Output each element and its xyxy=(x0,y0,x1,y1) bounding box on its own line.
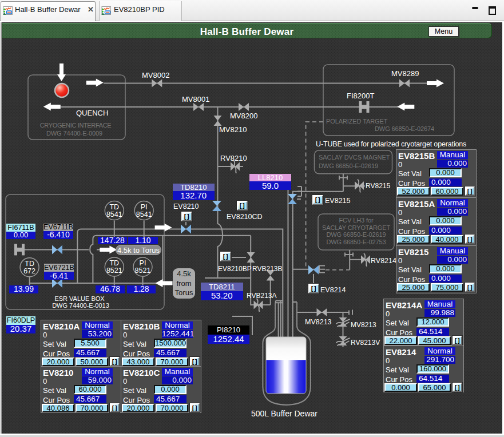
svg-text:PI: PI xyxy=(141,203,148,211)
svg-text:8521: 8521 xyxy=(106,267,122,275)
svg-text:8541: 8541 xyxy=(136,210,152,218)
svg-text:TD: TD xyxy=(109,203,119,211)
svg-text:TD: TD xyxy=(109,259,119,267)
svg-text:8521: 8521 xyxy=(135,267,151,275)
svg-text:PI: PI xyxy=(140,259,146,267)
svg-text:672: 672 xyxy=(23,267,35,275)
svg-text:8541: 8541 xyxy=(106,210,122,218)
svg-text:TD: TD xyxy=(25,260,34,268)
